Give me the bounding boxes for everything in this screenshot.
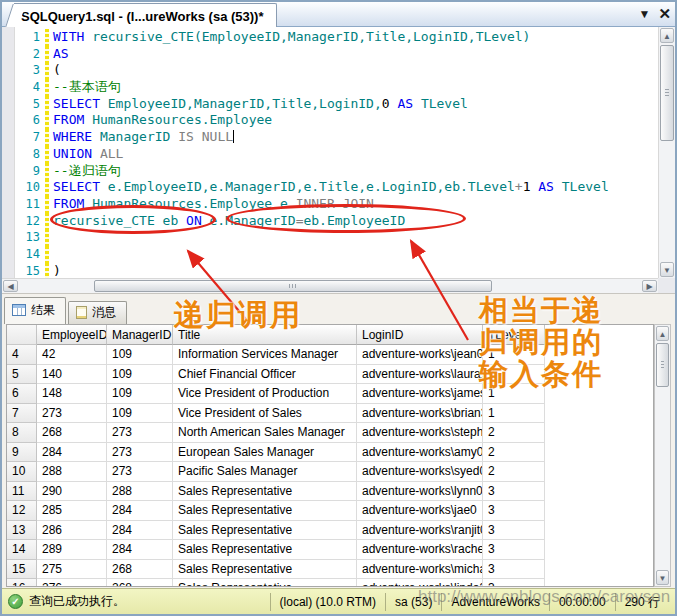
column-header[interactable]: TLevel bbox=[483, 325, 545, 345]
table-cell[interactable]: 284 bbox=[107, 540, 173, 560]
table-cell[interactable]: adventure-works\stephen0 bbox=[357, 423, 483, 443]
table-cell[interactable]: Sales Representative bbox=[173, 540, 357, 560]
table-cell[interactable]: 3 bbox=[483, 540, 545, 560]
table-cell[interactable]: 273 bbox=[107, 423, 173, 443]
table-cell[interactable]: 3 bbox=[483, 521, 545, 541]
table-cell[interactable]: Vice President of Production bbox=[173, 384, 357, 404]
table-cell[interactable]: 273 bbox=[37, 404, 107, 424]
table-cell[interactable]: adventure-works\jae0 bbox=[357, 501, 483, 521]
editor-horizontal-scrollbar[interactable]: ◀ ▶ bbox=[2, 278, 658, 293]
code-line[interactable]: 10SELECT e.EmployeeID,e.ManagerID,e.Titl… bbox=[15, 179, 658, 196]
code-line[interactable]: 8UNION ALL bbox=[15, 146, 658, 163]
table-cell[interactable]: 3 bbox=[483, 501, 545, 521]
grid-scroll-down-icon[interactable]: ▼ bbox=[656, 570, 669, 585]
row-number-cell[interactable]: 14 bbox=[7, 540, 37, 560]
code-line[interactable]: 2AS bbox=[15, 46, 658, 63]
table-cell[interactable]: adventure-works\linda3 bbox=[357, 579, 483, 587]
table-row[interactable]: 12285284Sales Representativeadventure-wo… bbox=[7, 501, 653, 521]
table-cell[interactable]: 289 bbox=[37, 540, 107, 560]
code-line[interactable]: 4--基本语句 bbox=[15, 79, 658, 96]
active-files-dropdown-icon[interactable]: ▼ bbox=[639, 5, 651, 23]
editor-vertical-scrollbar[interactable]: ▲ ▼ bbox=[658, 27, 675, 278]
table-cell[interactable]: 288 bbox=[37, 462, 107, 482]
row-number-cell[interactable]: 12 bbox=[7, 501, 37, 521]
row-number-cell[interactable]: 4 bbox=[7, 345, 37, 365]
table-cell[interactable]: Information Services Manager bbox=[173, 345, 357, 365]
table-cell[interactable]: adventure-works\amy0 bbox=[357, 443, 483, 463]
table-row[interactable]: 11290288Sales Representativeadventure-wo… bbox=[7, 482, 653, 502]
table-cell[interactable]: 268 bbox=[37, 423, 107, 443]
row-number-cell[interactable]: 13 bbox=[7, 521, 37, 541]
code-line[interactable]: 15) bbox=[15, 263, 658, 278]
row-number-cell[interactable]: 5 bbox=[7, 365, 37, 385]
row-number-cell[interactable]: 9 bbox=[7, 443, 37, 463]
table-cell[interactable]: Sales Representative bbox=[173, 560, 357, 580]
table-row[interactable]: 8268273North American Sales Manageradven… bbox=[7, 423, 653, 443]
table-cell[interactable]: Sales Representative bbox=[173, 521, 357, 541]
row-number-cell[interactable]: 10 bbox=[7, 462, 37, 482]
table-cell[interactable]: 1 bbox=[483, 365, 545, 385]
table-cell[interactable]: adventure-works\brian3 bbox=[357, 404, 483, 424]
row-number-cell[interactable]: 11 bbox=[7, 482, 37, 502]
close-icon[interactable]: ✕ bbox=[658, 5, 671, 23]
editor-hscroll-thumb[interactable] bbox=[94, 280, 492, 292]
sql-editor[interactable]: 1WITH recursive_CTE(EmployeeID,ManagerID… bbox=[2, 27, 658, 278]
scroll-right-icon[interactable]: ▶ bbox=[642, 280, 657, 292]
table-cell[interactable]: 140 bbox=[37, 365, 107, 385]
table-cell[interactable]: 109 bbox=[107, 384, 173, 404]
table-cell[interactable]: adventure-works\james1 bbox=[357, 384, 483, 404]
tab-grid[interactable]: 结果 bbox=[4, 297, 66, 324]
row-number-cell[interactable]: 7 bbox=[7, 404, 37, 424]
table-cell[interactable]: 42 bbox=[37, 345, 107, 365]
code-line[interactable]: 3( bbox=[15, 62, 658, 79]
code-line[interactable]: 12recursive_CTE eb ON e.ManagerID=eb.Emp… bbox=[15, 213, 658, 230]
table-cell[interactable]: 148 bbox=[37, 384, 107, 404]
table-cell[interactable]: 276 bbox=[37, 579, 107, 587]
table-cell[interactable]: Sales Representative bbox=[173, 579, 357, 587]
code-line[interactable]: 7WHERE ManagerID IS NULL bbox=[15, 129, 658, 146]
code-line[interactable]: 14 bbox=[15, 246, 658, 263]
table-cell[interactable]: Pacific Sales Manager bbox=[173, 462, 357, 482]
table-row[interactable]: 6148109Vice President of Productionadven… bbox=[7, 384, 653, 404]
table-cell[interactable]: 2 bbox=[483, 443, 545, 463]
table-row[interactable]: 15275268Sales Representativeadventure-wo… bbox=[7, 560, 653, 580]
table-cell[interactable]: 268 bbox=[107, 560, 173, 580]
table-cell[interactable]: 286 bbox=[37, 521, 107, 541]
scroll-down-icon[interactable]: ▼ bbox=[660, 262, 674, 277]
table-cell[interactable]: 288 bbox=[107, 482, 173, 502]
table-cell[interactable]: 3 bbox=[483, 560, 545, 580]
table-cell[interactable]: adventure-works\michael9 bbox=[357, 560, 483, 580]
table-cell[interactable]: 1 bbox=[483, 384, 545, 404]
row-number-cell[interactable]: 15 bbox=[7, 560, 37, 580]
table-cell[interactable]: 285 bbox=[37, 501, 107, 521]
table-cell[interactable]: Sales Representative bbox=[173, 501, 357, 521]
table-cell[interactable]: Chief Financial Officer bbox=[173, 365, 357, 385]
table-cell[interactable]: adventure-works\ranjit0 bbox=[357, 521, 483, 541]
table-cell[interactable]: 2 bbox=[483, 423, 545, 443]
table-cell[interactable]: 273 bbox=[107, 443, 173, 463]
table-cell[interactable]: adventure-works\laura1 bbox=[357, 365, 483, 385]
table-cell[interactable]: European Sales Manager bbox=[173, 443, 357, 463]
table-cell[interactable]: Sales Representative bbox=[173, 482, 357, 502]
table-cell[interactable]: 1 bbox=[483, 404, 545, 424]
table-cell[interactable]: 3 bbox=[483, 579, 545, 587]
table-row[interactable]: 16276268Sales Representativeadventure-wo… bbox=[7, 579, 653, 587]
table-cell[interactable]: adventure-works\lynn0 bbox=[357, 482, 483, 502]
table-row[interactable]: 5140109Chief Financial Officeradventure-… bbox=[7, 365, 653, 385]
row-number-cell[interactable]: 8 bbox=[7, 423, 37, 443]
code-line[interactable]: 6FROM HumanResources.Employee bbox=[15, 112, 658, 129]
table-cell[interactable]: 109 bbox=[107, 365, 173, 385]
table-cell[interactable]: 109 bbox=[107, 404, 173, 424]
row-number-cell[interactable]: 16 bbox=[7, 579, 37, 587]
table-cell[interactable]: 3 bbox=[483, 482, 545, 502]
table-cell[interactable]: adventure-works\syed0 bbox=[357, 462, 483, 482]
code-line[interactable]: 11FROM HumanResources.Employee e INNER J… bbox=[15, 196, 658, 213]
breakpoint-margin[interactable] bbox=[2, 27, 15, 278]
code-line[interactable]: 1WITH recursive_CTE(EmployeeID,ManagerID… bbox=[15, 29, 658, 46]
table-cell[interactable]: 268 bbox=[107, 579, 173, 587]
grid-vscroll-thumb[interactable] bbox=[656, 343, 669, 387]
table-cell[interactable]: 1 bbox=[483, 345, 545, 365]
column-header[interactable]: ManagerID bbox=[107, 325, 173, 345]
editor-vscroll-thumb[interactable] bbox=[660, 45, 674, 141]
table-row[interactable]: 14289284Sales Representativeadventure-wo… bbox=[7, 540, 653, 560]
